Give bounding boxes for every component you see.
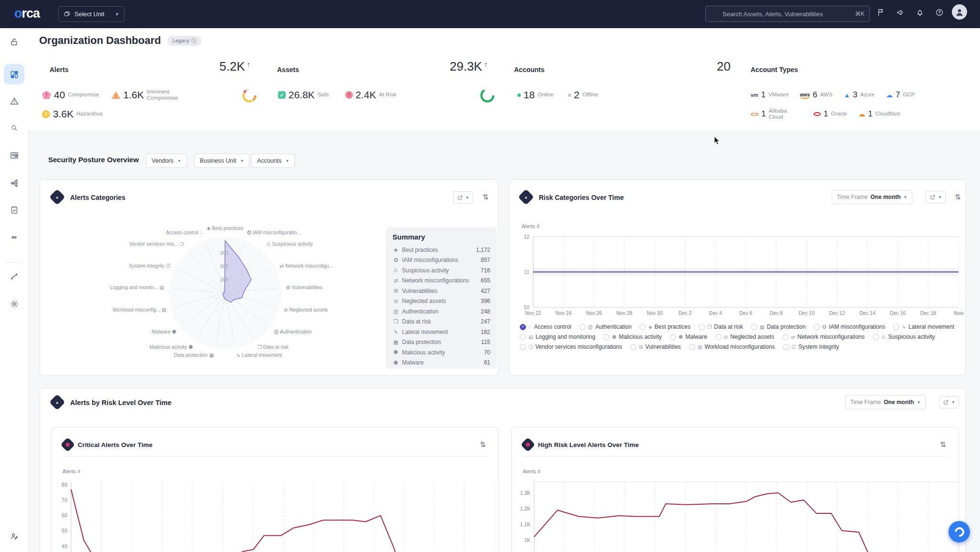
export-button[interactable]: ▼ xyxy=(926,191,946,203)
sidebar-item-inventory[interactable] xyxy=(4,145,24,166)
sidebar-item-settings[interactable] xyxy=(4,293,24,314)
legend-item-vulnerabilities[interactable]: ⊞Vulnerabilities xyxy=(630,344,681,350)
export-button[interactable]: ▼ xyxy=(939,396,959,408)
legend-item-iam-misconfigurations[interactable]: ✪IAM misconfigurations xyxy=(814,323,885,330)
radio-icon[interactable] xyxy=(640,324,646,330)
legend-item-authentication[interactable]: @Authentication xyxy=(579,323,632,330)
radio-icon[interactable] xyxy=(699,324,705,330)
critical-alerts-line-chart: 8070605040 xyxy=(59,475,498,552)
radio-icon[interactable] xyxy=(814,324,820,330)
vendors-filter[interactable]: Vendors▼ xyxy=(146,154,187,168)
account-types-row-2: ⊂⊃1Alibaba Cloud1Oracle☁1Cloudflare xyxy=(751,108,900,120)
legend-item-lateral-movement[interactable]: ↳Lateral movement xyxy=(893,323,954,330)
radio-icon[interactable] xyxy=(520,344,526,350)
sidebar-item-dashboard[interactable] xyxy=(4,64,24,84)
summary-row-lateral-movement[interactable]: ↳Lateral movement162 xyxy=(392,327,490,337)
legend-item-data-at-risk[interactable]: ❒Data at risk xyxy=(699,323,743,330)
radio-icon[interactable] xyxy=(783,344,789,350)
legacy-badge[interactable]: Legacyⓘ xyxy=(167,36,201,46)
global-search[interactable]: ⌘K xyxy=(705,6,870,22)
sidebar-item-search[interactable] xyxy=(4,117,24,138)
radio-icon[interactable] xyxy=(670,334,676,340)
orca-logo[interactable]: orca xyxy=(14,6,40,21)
radio-icon[interactable] xyxy=(579,324,586,330)
compare-icon[interactable]: ⇅ xyxy=(483,193,489,201)
legend-item-neglected-assets[interactable]: ⊘Neglected assets xyxy=(715,333,774,340)
radio-icon[interactable] xyxy=(751,324,757,330)
summary-row-network-misconfigurations[interactable]: ⇄Network misconfigurations655 xyxy=(392,276,490,286)
chevron-down-icon: ▼ xyxy=(177,159,181,163)
compare-icon[interactable]: ⇅ xyxy=(940,440,946,449)
summary-row-iam-misconfigurations[interactable]: ✪IAM misconfigurations857 xyxy=(392,255,490,266)
summary-row-data-protection[interactable]: ▦Data protection115 xyxy=(392,337,490,348)
select-unit-dropdown[interactable]: Select Unit ▼ xyxy=(58,6,124,22)
help-icon[interactable] xyxy=(935,8,944,17)
accounts-filter[interactable]: Accounts▼ xyxy=(251,154,295,168)
export-button[interactable]: ▼ xyxy=(453,191,473,204)
access-control-icon: ∴ xyxy=(528,324,532,330)
sidebar-item-compliance[interactable] xyxy=(4,199,24,220)
sidebar-item-lock[interactable] xyxy=(4,31,24,52)
legend-item-logging-and-monitoring[interactable]: ▤Logging and monitoring xyxy=(520,333,595,340)
flag-icon[interactable] xyxy=(877,8,885,17)
radio-icon[interactable] xyxy=(873,334,879,340)
user-avatar[interactable] xyxy=(952,4,967,20)
sidebar-item-attack-path[interactable] xyxy=(4,173,24,193)
search-shortcut: ⌘K xyxy=(855,10,865,17)
svg-text:12: 12 xyxy=(524,234,529,240)
feedback-icon[interactable] xyxy=(896,8,905,17)
search-input[interactable] xyxy=(722,10,851,18)
legend-item-malware[interactable]: ⚈Malware xyxy=(670,333,707,340)
radio-icon[interactable] xyxy=(715,334,722,340)
legend-item-network-misconfigurations[interactable]: ⇄Network misconfigurations xyxy=(782,333,865,340)
compare-icon[interactable]: ⇅ xyxy=(955,193,961,201)
notifications-icon[interactable] xyxy=(916,8,924,17)
sidebar-item-profile[interactable] xyxy=(4,526,24,546)
critical-chart-y-label: Alerts # xyxy=(62,469,80,474)
summary-row-best-practices[interactable]: ◈Best practices1,172 xyxy=(392,245,490,255)
legend-item-data-protection[interactable]: ▦Data protection xyxy=(751,323,805,330)
data-at-risk-icon: ❒ xyxy=(707,324,712,330)
time-frame-dropdown[interactable]: Time Frame One month ▼ xyxy=(845,395,926,409)
compare-icon[interactable]: ⇅ xyxy=(480,440,486,449)
legend-item-workload-misconfigurations[interactable]: ▨Workload misconfigurations xyxy=(689,344,775,350)
vmware-icon: vm xyxy=(751,92,758,98)
trend-up-icon: ↑ xyxy=(484,60,488,68)
summary-row-authentication[interactable]: @Authentication248 xyxy=(392,306,490,317)
summary-row-suspicious-activity[interactable]: ⚠Suspicious activity716 xyxy=(392,265,490,276)
orca-assistant-button[interactable] xyxy=(949,521,970,542)
summary-row-vulnerabilities[interactable]: ⊞Vulnerabilities427 xyxy=(392,286,490,296)
legend-item-suspicious-activity[interactable]: ⚠Suspicious activity xyxy=(873,333,935,340)
legend-item-system-integrity[interactable]: ☑System integrity xyxy=(783,344,839,350)
legend-item-best-practices[interactable]: ◈Best practices xyxy=(640,323,690,330)
summary-row-malicious-activity[interactable]: ⚉Malicious activity70 xyxy=(392,347,490,358)
summary-row-neglected-assets[interactable]: ⊘Neglected assets396 xyxy=(392,296,490,307)
sidebar-item-automation[interactable] xyxy=(4,266,24,286)
svg-text:⚠ Suspicious activity: ⚠ Suspicious activity xyxy=(266,241,313,247)
radio-icon[interactable] xyxy=(782,334,788,340)
vendor-services-misconfigurations-icon: ❍ xyxy=(528,344,533,350)
radio-icon[interactable] xyxy=(630,344,637,350)
legend-item-access-control[interactable]: ∴Access control xyxy=(520,323,571,330)
svg-text:Access control ∴: Access control ∴ xyxy=(166,229,203,235)
time-frame-dropdown[interactable]: Time Frame One month ▼ xyxy=(832,190,912,204)
azure-icon: ▲ xyxy=(844,92,850,98)
radio-icon[interactable] xyxy=(520,324,526,330)
radio-icon[interactable] xyxy=(689,344,695,350)
radio-icon[interactable] xyxy=(603,334,609,340)
summary-row-data-at-risk[interactable]: ❒Data at risk247 xyxy=(392,317,490,327)
radio-icon[interactable] xyxy=(520,334,526,340)
risk-chart-legend: ∴Access control@Authentication◈Best prac… xyxy=(520,323,957,350)
legend-item-vendor-services-misconfigurations[interactable]: ❍Vendor services misconfigurations xyxy=(520,344,622,350)
svg-text:Nov 28: Nov 28 xyxy=(617,310,632,316)
radio-icon[interactable] xyxy=(893,324,899,330)
sidebar-item-alerts[interactable] xyxy=(4,91,24,111)
accounts-total: 20 xyxy=(717,59,731,74)
sidebar-item-shift-left[interactable] xyxy=(4,227,24,248)
summary-row-malware[interactable]: ⚈Malware61 xyxy=(392,358,490,368)
legend-item-malicious-activity[interactable]: ⚉Malicious activity xyxy=(603,333,661,340)
business-unit-filter[interactable]: Business Unit▼ xyxy=(194,154,249,168)
svg-text:❒ Data at risk: ❒ Data at risk xyxy=(257,344,289,350)
at-risk-icon: ! xyxy=(345,91,353,99)
workload-misconfigurations-icon: ▨ xyxy=(698,344,702,350)
